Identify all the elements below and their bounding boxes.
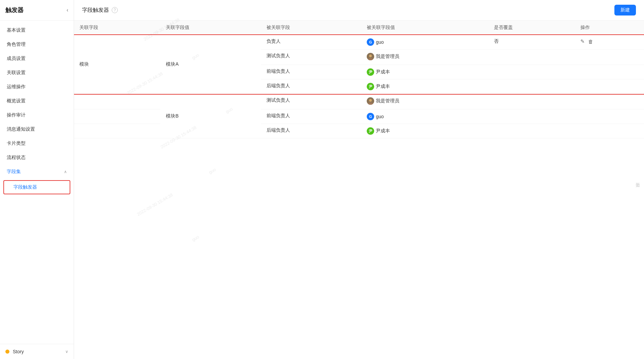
cell-affected-field-value: 我是管理员: [361, 50, 488, 65]
cell-affected-field: 负责人: [261, 35, 361, 50]
cell-affected-field-value: G guo: [361, 35, 488, 50]
cell-is-override: [489, 65, 575, 79]
cell-affected-field-value: G guo: [361, 109, 488, 124]
sidebar-sub-item-field-trigger[interactable]: 字段触发器: [3, 180, 70, 194]
table-container: 关联字段 关联字段值 被关联字段 被关联字段值 是否覆盖 操作 模块 模块A 负…: [74, 21, 644, 359]
cell-related-field-value: 模块A: [160, 35, 261, 94]
sidebar-item-audit-operations[interactable]: 操作审计: [0, 108, 74, 122]
avatar-badge: 尹 尹成丰: [367, 83, 390, 90]
table-row: 后端负责人 尹 尹成丰: [74, 124, 644, 138]
cell-affected-field: 前端负责人: [261, 65, 361, 79]
cell-related-field: [74, 124, 160, 138]
avatar-badge: 我是管理员: [367, 97, 399, 105]
delete-icon[interactable]: 🗑: [588, 39, 593, 44]
table-row: 前端负责人 G guo: [74, 109, 644, 124]
svg-point-4: [369, 99, 372, 102]
sidebar-header: 触发器 ‹: [0, 0, 74, 21]
story-status-dot: [5, 350, 9, 354]
col-affected-field-value: 被关联字段值: [361, 21, 488, 35]
main-title: 字段触发器: [82, 7, 109, 14]
sidebar-item-notification-settings[interactable]: 消息通知设置: [0, 122, 74, 136]
sidebar-title: 触发器: [5, 6, 24, 14]
triggers-table: 关联字段 关联字段值 被关联字段 被关联字段值 是否覆盖 操作 模块 模块A 负…: [74, 21, 644, 138]
main-content: 2022-09-30 15:44:38 guo 2022-09-30 15:44…: [74, 0, 644, 359]
sidebar-item-field-set[interactable]: 字段集 ∧: [0, 165, 74, 179]
cell-related-field: [74, 109, 160, 124]
cell-affected-field-value: 尹 尹成丰: [361, 79, 488, 94]
cell-related-field-value: 模块B: [160, 94, 261, 138]
cell-affected-field: 前端负责人: [261, 109, 361, 124]
avatar-badge: 尹 尹成丰: [367, 127, 390, 135]
avatar-circle: G: [367, 113, 374, 120]
table-row: 模块B 测试负责人 我是管理员: [74, 94, 644, 109]
cell-is-override: [489, 124, 575, 138]
sidebar-footer[interactable]: Story ∨: [0, 344, 74, 359]
new-button[interactable]: 新建: [614, 5, 636, 15]
cell-is-override: [489, 50, 575, 65]
cell-actions: [575, 124, 644, 138]
sidebar-item-card-type[interactable]: 卡片类型: [0, 136, 74, 151]
avatar-circle: [367, 53, 374, 60]
cell-actions: [575, 65, 644, 79]
sidebar-item-related-settings[interactable]: 关联设置: [0, 66, 74, 80]
main-title-area: 字段触发器 ?: [82, 7, 118, 14]
avatar-image: [367, 97, 374, 105]
sidebar-collapse-button[interactable]: ‹: [67, 7, 68, 13]
avatar-circle: 尹: [367, 127, 374, 135]
cell-actions: ✎ 🗑: [575, 35, 644, 50]
avatar-badge: G guo: [367, 38, 384, 46]
table-row: 模块 模块A 负责人 G guo 否 ✎ 🗑: [74, 35, 644, 50]
sidebar-item-basic-settings[interactable]: 基本设置: [0, 23, 74, 37]
main-header: 字段触发器 ? 新建: [74, 0, 644, 21]
sidebar: 触发器 ‹ 基本设置 角色管理 成员设置 关联设置 运维操作 概览设置 操作审计…: [0, 0, 74, 359]
cell-related-field: [74, 94, 160, 109]
action-icons: ✎ 🗑: [580, 38, 639, 44]
cell-is-override: [489, 109, 575, 124]
col-related-field-value: 关联字段值: [160, 21, 261, 35]
sidebar-item-role-management[interactable]: 角色管理: [0, 37, 74, 52]
cell-is-override: 否: [489, 35, 575, 50]
cell-affected-field-value: 尹 尹成丰: [361, 124, 488, 138]
sidebar-item-flow-status[interactable]: 流程状态: [0, 151, 74, 165]
cell-affected-field: 后端负责人: [261, 79, 361, 94]
avatar-circle: 尹: [367, 68, 374, 76]
sidebar-item-member-settings[interactable]: 成员设置: [0, 52, 74, 66]
col-affected-field: 被关联字段: [261, 21, 361, 35]
cell-actions: [575, 79, 644, 94]
table-body: 模块 模块A 负责人 G guo 否 ✎ 🗑: [74, 35, 644, 138]
avatar-badge: 尹 尹成丰: [367, 68, 390, 76]
avatar-badge: 我是管理员: [367, 53, 399, 60]
sidebar-item-overview-settings[interactable]: 概览设置: [0, 94, 74, 108]
avatar-circle: [367, 97, 374, 105]
cell-actions: [575, 109, 644, 124]
avatar-image: [367, 53, 374, 60]
footer-chevron-icon: ∨: [65, 349, 68, 354]
svg-point-1: [369, 55, 372, 57]
sidebar-item-ops-operations[interactable]: 运维操作: [0, 80, 74, 94]
field-set-chevron-icon: ∧: [64, 169, 67, 174]
cell-is-override: [489, 94, 575, 109]
avatar-badge: G guo: [367, 113, 384, 120]
cell-affected-field: 后端负责人: [261, 124, 361, 138]
col-actions: 操作: [575, 21, 644, 35]
cell-is-override: [489, 79, 575, 94]
cell-affected-field: 测试负责人: [261, 50, 361, 65]
col-related-field: 关联字段: [74, 21, 160, 35]
cell-affected-field-value: 我是管理员: [361, 94, 488, 109]
col-is-override: 是否覆盖: [489, 21, 575, 35]
footer-label: Story: [13, 349, 62, 354]
cell-related-field: 模块: [74, 35, 160, 94]
edit-icon[interactable]: ✎: [580, 38, 585, 44]
cell-actions: [575, 50, 644, 65]
avatar-circle: G: [367, 38, 374, 46]
cell-affected-field: 测试负责人: [261, 94, 361, 109]
cell-actions: [575, 94, 644, 109]
cell-affected-field-value: 尹 尹成丰: [361, 65, 488, 79]
sidebar-nav: 基本设置 角色管理 成员设置 关联设置 运维操作 概览设置 操作审计 消息通知设…: [0, 21, 74, 344]
table-header-row: 关联字段 关联字段值 被关联字段 被关联字段值 是否覆盖 操作: [74, 21, 644, 35]
avatar-circle: 尹: [367, 83, 374, 90]
help-icon[interactable]: ?: [112, 7, 118, 13]
